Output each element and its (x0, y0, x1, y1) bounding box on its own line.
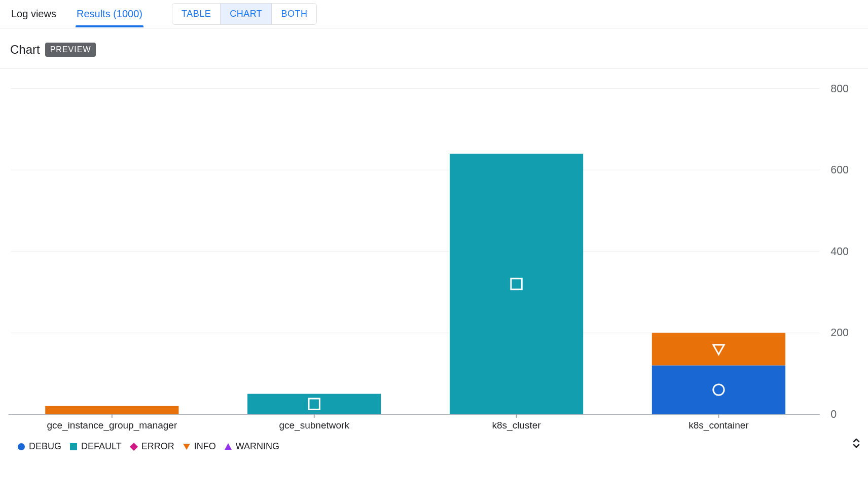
legend-label: WARNING (236, 441, 279, 452)
chart-legend: DEBUG DEFAULT ERROR INFO WARNING (0, 438, 868, 455)
square-icon (69, 443, 78, 451)
svg-text:400: 400 (830, 245, 849, 258)
svg-rect-18 (450, 154, 583, 414)
svg-text:gce_instance_group_manager: gce_instance_group_manager (47, 420, 177, 431)
legend-item-warning[interactable]: WARNING (224, 441, 279, 452)
svg-marker-31 (183, 444, 190, 450)
legend-item-error[interactable]: ERROR (130, 441, 174, 452)
diamond-icon (130, 443, 138, 451)
chart-section-title: Chart (10, 43, 40, 57)
svg-marker-32 (225, 443, 232, 450)
tab-log-views[interactable]: Log views (10, 1, 57, 27)
svg-text:800: 800 (830, 83, 849, 95)
svg-rect-29 (70, 443, 77, 450)
legend-label: DEFAULT (81, 441, 122, 452)
svg-rect-24 (652, 333, 785, 365)
svg-rect-11 (45, 406, 178, 414)
legend-item-debug[interactable]: DEBUG (17, 441, 61, 452)
svg-marker-30 (130, 443, 138, 451)
legend-label: DEBUG (29, 441, 61, 452)
legend-item-info[interactable]: INFO (183, 441, 216, 452)
tab-results[interactable]: Results (1000) (76, 1, 143, 27)
tabs-bar: Log views Results (1000) TABLE CHART BOT… (0, 0, 868, 28)
triangle-up-icon (224, 443, 232, 451)
bar-chart: 0200400600800gce_instance_group_managerg… (0, 77, 868, 438)
svg-text:gce_subnetwork: gce_subnetwork (279, 420, 349, 431)
chart-container: 0200400600800gce_instance_group_managerg… (0, 68, 868, 455)
legend-label: INFO (194, 441, 216, 452)
svg-text:600: 600 (830, 164, 849, 176)
svg-text:0: 0 (830, 408, 837, 420)
circle-icon (17, 443, 25, 451)
view-toggle-table[interactable]: TABLE (172, 4, 221, 24)
preview-badge: PREVIEW (45, 43, 96, 57)
view-toggle: TABLE CHART BOTH (172, 3, 317, 25)
view-toggle-both[interactable]: BOTH (272, 4, 316, 24)
chart-section-header: Chart PREVIEW (0, 28, 868, 68)
legend-label: ERROR (141, 441, 174, 452)
svg-rect-22 (652, 365, 785, 414)
resize-handle-icon[interactable] (852, 438, 861, 451)
svg-text:k8s_cluster: k8s_cluster (492, 420, 541, 431)
view-toggle-chart[interactable]: CHART (221, 4, 272, 24)
svg-rect-14 (247, 394, 381, 414)
triangle-down-icon (183, 443, 191, 451)
svg-point-28 (18, 443, 25, 450)
svg-text:200: 200 (830, 327, 849, 339)
legend-item-default[interactable]: DEFAULT (69, 441, 122, 452)
svg-text:k8s_container: k8s_container (689, 420, 749, 431)
